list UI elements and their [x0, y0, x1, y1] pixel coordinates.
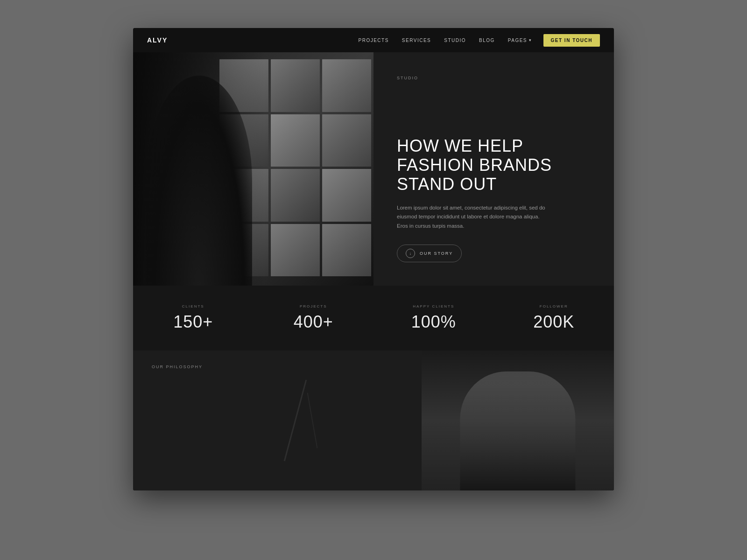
- person-silhouette: [133, 52, 265, 286]
- hero-content: STUDIO HOW WE HELP FASHION BRANDS STAND …: [374, 52, 614, 286]
- photo-item: [271, 169, 320, 222]
- stat-clients-label: CLIENTS: [142, 304, 244, 308]
- photo-item: [322, 114, 371, 167]
- stat-projects-label: PROJECTS: [263, 304, 365, 308]
- philosophy-shapes: [277, 364, 422, 490]
- philosophy-left: OUR PHILOSOPHY: [133, 350, 422, 490]
- hero-title: HOW WE HELP FASHION BRANDS STAND OUT: [397, 136, 591, 194]
- philosophy-section: OUR PHILOSOPHY: [133, 350, 614, 490]
- stat-clients-value: 150+: [142, 312, 244, 332]
- hero-label: STUDIO: [397, 76, 591, 80]
- stat-follower: FOLLOWER 200K: [494, 300, 614, 336]
- navbar: ALVY PROJECTS SERVICES STUDIO BLOG PAGES…: [133, 28, 614, 52]
- nav-links: PROJECTS SERVICES STUDIO BLOG PAGES GET …: [352, 34, 600, 47]
- stat-projects-value: 400+: [263, 312, 365, 332]
- photo-item: [271, 59, 320, 112]
- nav-item-services[interactable]: SERVICES: [396, 35, 437, 46]
- figure-silhouette: [460, 371, 575, 490]
- stat-follower-value: 200K: [503, 312, 605, 332]
- photo-item: [322, 224, 371, 277]
- nav-item-studio[interactable]: STUDIO: [438, 35, 472, 46]
- stat-happy-value: 100%: [383, 312, 485, 332]
- logo[interactable]: ALVY: [147, 36, 168, 44]
- stat-projects: PROJECTS 400+: [254, 300, 374, 336]
- hero-image: [133, 52, 374, 286]
- stat-happy-label: HAPPY CLIENTS: [383, 304, 485, 308]
- hero-body: Lorem ipsum dolor sit amet, consectetur …: [397, 203, 546, 231]
- nav-item-pages[interactable]: PAGES: [502, 35, 538, 46]
- nav-cta-button[interactable]: GET IN TOUCH: [543, 34, 600, 47]
- nav-item-blog[interactable]: BLOG: [473, 35, 500, 46]
- browser-window: ALVY PROJECTS SERVICES STUDIO BLOG PAGES…: [133, 28, 614, 490]
- stat-clients: CLIENTS 150+: [133, 300, 254, 336]
- philosophy-right: [422, 350, 614, 490]
- photo-item: [322, 169, 371, 222]
- photo-item: [322, 59, 371, 112]
- hero-cta-button[interactable]: ↓ OUR STORY: [397, 245, 462, 262]
- photo-item: [271, 114, 320, 167]
- photo-item: [271, 224, 320, 277]
- hero-section: STUDIO HOW WE HELP FASHION BRANDS STAND …: [133, 52, 614, 286]
- hero-image-inner: [133, 52, 374, 286]
- stat-follower-label: FOLLOWER: [503, 304, 605, 308]
- stat-happy-clients: HAPPY CLIENTS 100%: [374, 300, 494, 336]
- stats-section: CLIENTS 150+ PROJECTS 400+ HAPPY CLIENTS…: [133, 286, 614, 350]
- nav-item-projects[interactable]: PROJECTS: [352, 35, 394, 46]
- hero-cta-label: OUR STORY: [420, 251, 453, 256]
- arrow-down-icon: ↓: [406, 249, 415, 258]
